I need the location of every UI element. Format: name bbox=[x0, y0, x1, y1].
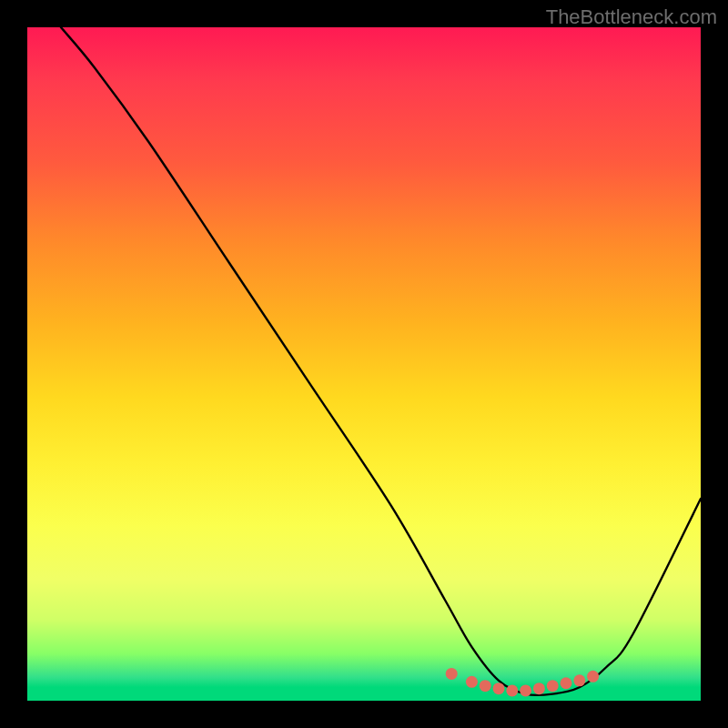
watermark-text: TheBottleneck.com bbox=[546, 5, 717, 29]
chart-frame: TheBottleneck.com bbox=[0, 0, 728, 728]
marker-dot bbox=[520, 684, 531, 696]
marker-dot bbox=[573, 674, 585, 686]
marker-dot bbox=[547, 680, 559, 692]
curve-layer bbox=[27, 27, 701, 701]
marker-dot bbox=[533, 682, 545, 694]
bottleneck-curve bbox=[61, 27, 701, 695]
marker-dot bbox=[561, 677, 572, 689]
marker-dot bbox=[446, 668, 458, 680]
optimal-range-dots bbox=[446, 668, 599, 697]
marker-dot bbox=[480, 680, 491, 692]
marker-dot bbox=[466, 676, 478, 688]
marker-dot bbox=[506, 684, 518, 696]
marker-dot bbox=[493, 682, 505, 694]
marker-dot bbox=[587, 671, 599, 682]
